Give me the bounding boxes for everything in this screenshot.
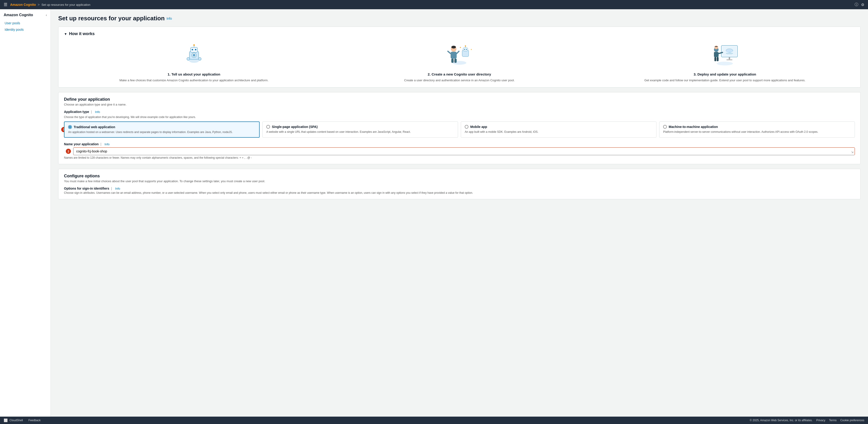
how-it-works-section: ▼ How it works <box>58 27 860 87</box>
page-info-link[interactable]: Info <box>166 17 172 20</box>
step2-desc: Create a user directory and authenticati… <box>404 78 515 83</box>
app-type-desc: Choose the type of application that you'… <box>64 116 855 119</box>
options-info-link[interactable]: Info <box>115 187 120 190</box>
svg-rect-42 <box>717 57 719 61</box>
app-type-m2m-desc: Platform-independent server-to-server co… <box>663 130 851 134</box>
info-icon-btn[interactable]: ⓘ <box>855 2 858 7</box>
how-it-works-step-1: 1. Tell us about your application Make a… <box>64 41 324 83</box>
sidebar-collapse-btn[interactable]: ‹ <box>46 13 47 17</box>
feedback-label[interactable]: Feedback <box>28 419 41 422</box>
svg-point-22 <box>466 49 467 50</box>
app-type-field: Application type | Info <box>64 110 855 113</box>
sidebar-item-identity-pools[interactable]: Identity pools <box>0 26 51 33</box>
svg-point-21 <box>464 49 465 50</box>
menu-icon[interactable]: ☰ <box>4 2 7 7</box>
svg-point-6 <box>193 44 195 46</box>
step1-title: 1. Tell us about your application <box>168 72 220 76</box>
bottombar: ⬜ CloudShell Feedback © 2025, Amazon Web… <box>0 417 868 424</box>
app-type-m2m[interactable]: Machine-to-machine application Platform-… <box>659 122 855 138</box>
radio-m2m <box>663 125 667 129</box>
radio-mobile <box>465 125 468 129</box>
sidebar-header: Amazon Cognito ‹ <box>0 13 51 20</box>
svg-point-8 <box>193 54 195 57</box>
cloudshell-icon: ⬜ <box>4 419 8 422</box>
person-robot-illustration: ✦ ✦ <box>445 43 473 66</box>
sidebar-nav: User pools Identity pools <box>0 20 51 33</box>
name-app-field: Name your application | Info <box>64 142 855 146</box>
svg-text:✦: ✦ <box>470 48 472 51</box>
app-type-m2m-label: Machine-to-machine application <box>663 125 851 129</box>
app-type-traditional[interactable]: Traditional web application An applicati… <box>64 122 259 138</box>
name-input-hint: Names are limited to 128 characters or f… <box>64 156 855 159</box>
svg-rect-20 <box>463 48 468 51</box>
main-content: Set up resources for your application In… <box>51 9 868 417</box>
app-type-grid: Traditional web application An applicati… <box>64 122 855 138</box>
app-name-input[interactable] <box>73 147 855 155</box>
app-type-mobile-desc: An app built with a mobile SDK. Examples… <box>465 130 652 134</box>
how-it-works-header[interactable]: ▼ How it works <box>64 31 855 36</box>
name-input-row: 2 ⇲ <box>64 147 855 155</box>
resize-handle: ⇲ <box>851 151 854 154</box>
svg-rect-17 <box>451 59 454 63</box>
privacy-link[interactable]: Privacy <box>816 419 825 422</box>
app-type-spa-desc: A website with a single URL that updates… <box>266 130 454 134</box>
cloudshell-btn[interactable]: ⬜ CloudShell Feedback <box>4 419 41 422</box>
svg-point-4 <box>195 49 196 50</box>
step1-illustration <box>183 41 206 69</box>
cookie-link[interactable]: Cookie preferences <box>840 419 864 422</box>
sidebar: Amazon Cognito ‹ User pools Identity poo… <box>0 9 51 417</box>
cloudshell-label: CloudShell <box>9 419 23 422</box>
svg-text:✦: ✦ <box>459 46 461 49</box>
app-type-traditional-label: Traditional web application <box>68 125 255 129</box>
sidebar-item-user-pools[interactable]: User pools <box>0 20 51 26</box>
svg-point-10 <box>198 58 201 60</box>
app-type-traditional-desc: An application hosted on a webserver. Us… <box>68 130 255 134</box>
name-app-info-link[interactable]: Info <box>105 142 110 146</box>
define-app-card: Define your application Choose an applic… <box>58 92 861 164</box>
configure-title: Configure options <box>64 174 855 178</box>
svg-rect-41 <box>714 57 716 61</box>
app-type-label: Application type <box>64 110 89 113</box>
deploy-illustration <box>710 43 740 66</box>
app-type-spa[interactable]: Single-page application (SPA) A website … <box>262 122 458 138</box>
step3-illustration <box>710 41 740 69</box>
terms-link[interactable]: Terms <box>829 419 837 422</box>
app-type-spa-label: Single-page application (SPA) <box>266 125 454 129</box>
svg-point-9 <box>187 58 190 60</box>
brand-link[interactable]: Amazon Cognito <box>10 3 36 6</box>
define-app-desc: Choose an application type and give it a… <box>64 103 855 106</box>
define-app-section: Define your application Choose an applic… <box>58 92 860 164</box>
page-title: Set up resources for your application <box>58 15 165 22</box>
svg-rect-35 <box>729 57 730 59</box>
breadcrumb-separator: > <box>38 3 39 6</box>
how-it-works-title: How it works <box>69 31 95 36</box>
step3-desc: Get example code and follow our implemen… <box>644 78 805 83</box>
bottombar-right: © 2025, Amazon Web Services, Inc. or its… <box>750 419 864 422</box>
settings-icon-btn[interactable]: ⚙ <box>861 3 864 7</box>
svg-line-15 <box>448 51 451 54</box>
page-header: Set up resources for your application In… <box>58 15 861 22</box>
radio-traditional <box>68 125 72 129</box>
svg-point-32 <box>730 50 733 52</box>
step3-title: 3. Deploy and update your application <box>693 72 756 76</box>
app-type-mobile-label: Mobile app <box>465 125 652 129</box>
app-type-mobile[interactable]: Mobile app An app built with a mobile SD… <box>461 122 656 138</box>
robot-illustration <box>183 43 206 66</box>
step2-badge: 2 <box>66 149 71 154</box>
svg-point-24 <box>465 45 466 47</box>
how-it-works-step-2: ✦ ✦ 2. Create a new Cognito user directo… <box>329 41 589 83</box>
step2-title: 2. Create a new Cognito user directory <box>428 72 491 76</box>
copyright-text: © 2025, Amazon Web Services, Inc. or its… <box>750 419 812 422</box>
step1-desc: Make a few choices that customize Amazon… <box>119 78 269 83</box>
svg-rect-39 <box>714 52 719 57</box>
how-it-works-arrow: ▼ <box>64 32 67 36</box>
how-it-works-step-3: 3. Deploy and update your application Ge… <box>595 41 855 83</box>
sidebar-title: Amazon Cognito <box>4 13 33 17</box>
app-type-info-link[interactable]: Info <box>95 110 100 113</box>
svg-rect-2 <box>191 47 197 53</box>
name-app-label: Name your application <box>64 142 99 146</box>
svg-point-31 <box>726 50 730 53</box>
configure-options-card: Configure options You must make a few in… <box>58 169 861 199</box>
svg-point-27 <box>717 62 733 65</box>
svg-point-3 <box>192 49 193 50</box>
